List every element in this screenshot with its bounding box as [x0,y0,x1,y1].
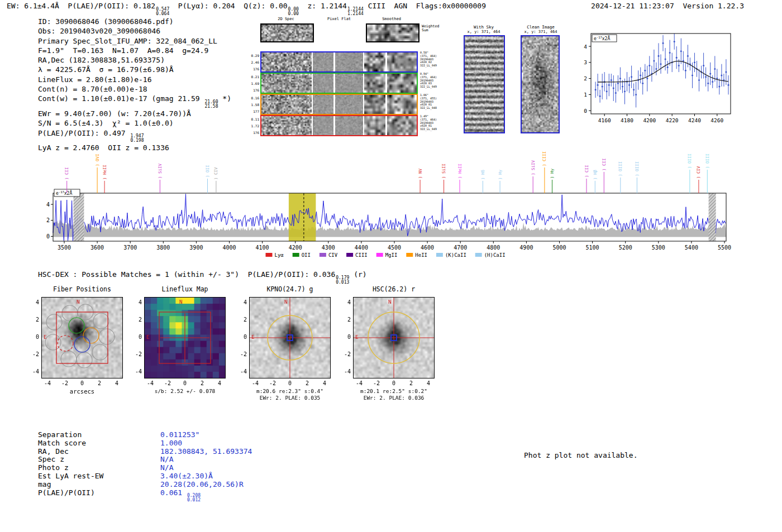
svg-text:5500: 5500 [718,245,731,251]
x-axis-label: arcsecs [41,388,123,395]
text-run: 182.308843, 51.693374 [160,447,252,456]
svg-text:3600: 3600 [90,245,104,251]
svg-text:) CII: ) CII [64,167,69,180]
match-row-value: 20.28(20.06,20.56)R [160,480,244,488]
y-tick-label: 4 [131,299,142,305]
y-tick-label: -2 [28,351,39,357]
north-label: N [179,299,183,305]
text-run: 0.011253" [160,430,199,439]
svg-text:5100: 5100 [586,245,599,251]
svg-text:) HeII: ) HeII [102,165,107,180]
cutout-box [41,297,123,378]
cutout-title: HSC(26.2) r [342,285,446,293]
x-tick-label: -2 [161,380,174,386]
svg-text:) OIII: ) OIII [635,161,640,176]
y-tick-label: 4 [28,299,39,305]
svg-text:4260: 4260 [711,117,723,123]
svg-text:3800: 3800 [156,245,170,251]
x-tick-label: -4 [249,380,262,386]
svg-text:) Hβ: ) Hβ [593,169,598,180]
match-row-label: Spec z [38,455,64,463]
match-row-value: 182.308843, 51.693374 [160,447,252,456]
svg-text:) OIII: ) OIII [705,154,710,169]
x-tick-label: 4 [110,380,123,386]
north-label: N [77,299,80,305]
east-label: E [146,334,150,340]
info-line: Cont(w) = 1.10(±0.01)e-17 (gmag 21.59 21… [38,94,231,109]
cutout-box [353,297,435,378]
y-tick-label: 2 [236,317,247,323]
info-line: LineFlux = 2.80(±1.80)e-16 [38,75,231,84]
spec2d-row [260,51,418,73]
y-tick-label: 2 [131,317,142,323]
svg-text:5200: 5200 [619,245,632,251]
spec2d-row-left-labels: 0.16 1.58 177 [246,95,259,115]
svg-text:) SiIV: ) SiIV [531,160,536,175]
clean-title: Clean Image [518,25,563,30]
east-label: E [44,334,47,340]
photz-note: Phot z plot not available. [524,451,638,459]
svg-text:4000: 4000 [222,245,236,251]
svg-text:) Hδ: ) Hδ [480,169,485,180]
text-run: 1.000 [160,439,182,447]
cutout-title: Fiber Positions [30,285,134,293]
spec2d-col-title: 2D Spec [261,17,311,21]
svg-text:0: 0 [584,108,587,114]
svg-text:) OIII: ) OIII [687,154,692,169]
zoom-plot: 41604180420042204240426001234e-17x2Å [575,26,743,132]
svg-text:3900: 3900 [189,245,203,251]
info-line: F=1.9" T=0.163 N=1.07 A=0.84 g=24.9 [38,46,231,55]
spec2d-row-annotation: 0.58" (371, 464) 20190403 v020_02 322_LL… [420,51,456,68]
spec2d-row [260,94,418,115]
withsky-coords: x, y: 371, 464 [458,30,509,34]
spectrum-plot: 3500360037003800390040004100420043004400… [44,148,742,261]
text-run: S/N = 6.5(±4.3) χ² = 1.0(±0.0) [38,119,174,127]
match-row-value: 0.061 0.2080.012 [160,488,201,503]
svg-text:e-17x2Å: e-17x2Å [56,190,72,196]
text-run: Obs: 20190403v020_3090068046 [38,27,160,35]
text-run: *) [218,94,231,103]
svg-text:(K)CaII: (K)CaII [445,252,466,258]
x-tick-label: -4 [41,380,54,386]
svg-text:5000: 5000 [552,245,566,251]
spec2d-row-annotation: 1.49" (371, 464) 20190403 v020_01 322_LL… [420,115,456,131]
svg-text:e-17x2Å: e-17x2Å [594,35,610,41]
stacked-uncertainty: 0.5470.064 [156,7,169,16]
cutout-image [42,298,122,378]
cutout-image [250,298,330,378]
north-label: N [388,299,392,305]
svg-text:4900: 4900 [519,245,533,251]
text-run: P(LAE)/P(OII): 0.497 [38,129,130,137]
svg-text:HeII: HeII [415,252,427,258]
svg-text:4220: 4220 [666,117,679,123]
text-run: λ = 4225.67Å σ = 16.79(±6.98)Å [38,65,174,74]
text-run: Q(z): 0.00 [244,2,287,10]
y-tick-label: -4 [236,368,247,375]
spec2d-image [261,116,312,135]
clean-coords: x, y: 371, 464 [515,30,566,34]
svg-text:) CII: ) CII [602,158,607,171]
svg-text:) OVI: ) OVI [95,154,100,166]
spec2d-row [260,115,418,136]
match-row-value: N/A [160,455,173,463]
svg-text:(H)CaII: (H)CaII [484,252,506,258]
svg-text:4500: 4500 [388,245,401,251]
svg-text:4800: 4800 [487,245,500,251]
spec2d-col-title: Smoothed [366,17,417,21]
info-line: Cont(n) = 8.70(±0.00)e-18 [38,84,231,94]
info-line: ID: 3090068046 (3090068046.pdf) [38,17,231,26]
info-line: RA,Dec (182.308838,51.693375) [38,55,231,65]
svg-text:) SiII: ) SiII [441,164,446,179]
stacked-uncertainty: 0.1790.013 [336,276,349,285]
y-tick-label: 0 [28,334,39,340]
pixelflat-image [313,74,363,93]
svg-text:) CII: ) CII [584,165,589,178]
y-tick-label: 0 [131,334,142,340]
spec2d-weighted-image [260,23,314,42]
svg-text:) SiIV: ) SiIV [158,163,163,179]
svg-text:4200: 4200 [643,117,656,123]
sub-value: 0.064 [156,12,169,16]
stacked-uncertainty: 1.9470.198 [130,134,144,143]
svg-text:3500: 3500 [58,245,71,251]
smoothed-image [364,74,417,93]
